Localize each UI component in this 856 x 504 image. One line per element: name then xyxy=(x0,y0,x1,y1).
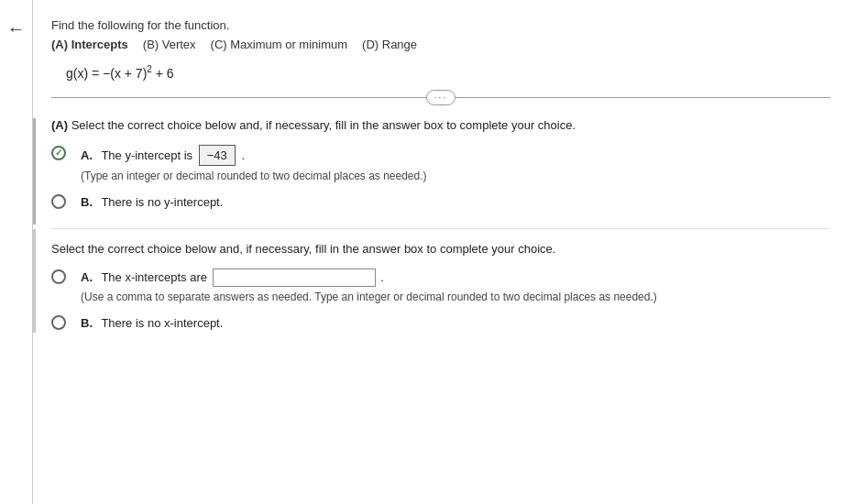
nav-item-intercepts[interactable]: (A) Intercepts xyxy=(51,38,128,51)
option-b2-text: B. There is no x-intercept. xyxy=(81,314,830,333)
header-section: Find the following for the function. (A)… xyxy=(51,18,830,51)
option-a2-row: B. There is no y-intercept. xyxy=(51,193,830,212)
nav-items: (A) Intercepts (B) Vertex (C) Maximum or… xyxy=(51,38,830,51)
radio-a2-area[interactable] xyxy=(51,193,81,209)
option-a2-label: B. xyxy=(81,195,93,209)
option-b1-prefix: The x-intercepts are xyxy=(101,270,210,284)
option-b1-answer-input[interactable] xyxy=(213,268,376,287)
option-a1-row: A. The y-intercept is −43 . (Type an int… xyxy=(51,145,830,185)
option-a1-text: A. The y-intercept is −43 . (Type an int… xyxy=(81,145,830,185)
back-button[interactable]: ← xyxy=(0,0,33,504)
nav-item-maxmin[interactable]: (C) Maximum or minimum xyxy=(211,38,348,51)
radio-b2-area[interactable] xyxy=(51,314,81,330)
section-a-instruction: (A) Select the correct choice below and,… xyxy=(51,118,830,132)
radio-b2[interactable] xyxy=(51,315,66,330)
divider: ··· xyxy=(51,90,830,105)
option-a1-suffix: . xyxy=(241,148,245,162)
option-b1-suffix: . xyxy=(380,270,384,284)
option-a1-label: A. xyxy=(81,148,93,162)
option-a2-text: B. There is no y-intercept. xyxy=(81,193,830,212)
section-a-bar xyxy=(33,118,36,225)
option-a1-note: (Type an integer or decimal rounded to t… xyxy=(81,168,830,184)
option-b1-row: A. The x-intercepts are . (Use a comma t… xyxy=(51,268,830,306)
radio-b1-area[interactable] xyxy=(51,268,81,284)
nav-item-vertex[interactable]: (B) Vertex xyxy=(143,38,196,51)
option-b2-row: B. There is no x-intercept. xyxy=(51,314,830,333)
back-arrow-icon: ← xyxy=(7,18,26,39)
option-b2-label: B. xyxy=(81,316,93,330)
find-text: Find the following for the function. xyxy=(51,18,830,32)
radio-a1[interactable] xyxy=(51,146,66,160)
radio-a1-area[interactable] xyxy=(51,145,81,160)
divider-dots: ··· xyxy=(426,90,455,105)
section-b-block: Select the correct choice below and, if … xyxy=(51,228,830,333)
section-b-bar xyxy=(33,229,36,333)
section-b-instruction: Select the correct choice below and, if … xyxy=(51,242,830,256)
nav-item-range[interactable]: (D) Range xyxy=(362,38,417,51)
option-b1-text: A. The x-intercepts are . (Use a comma t… xyxy=(81,268,830,306)
option-a1-prefix: The y-intercept is xyxy=(101,148,195,162)
radio-a2[interactable] xyxy=(51,194,66,209)
option-b1-note: (Use a comma to separate answers as need… xyxy=(81,289,830,305)
option-b1-label: A. xyxy=(81,270,93,284)
option-a1-answer[interactable]: −43 xyxy=(199,145,236,167)
option-a2-main: There is no y-intercept. xyxy=(101,195,223,209)
section-a-block: (A) Select the correct choice below and,… xyxy=(51,118,830,225)
radio-b1[interactable] xyxy=(51,269,66,284)
main-content: Find the following for the function. (A)… xyxy=(33,0,856,504)
option-b2-main: There is no x-intercept. xyxy=(101,316,223,330)
function-display: g(x) = −(x + 7)2 + 6 xyxy=(66,64,830,81)
